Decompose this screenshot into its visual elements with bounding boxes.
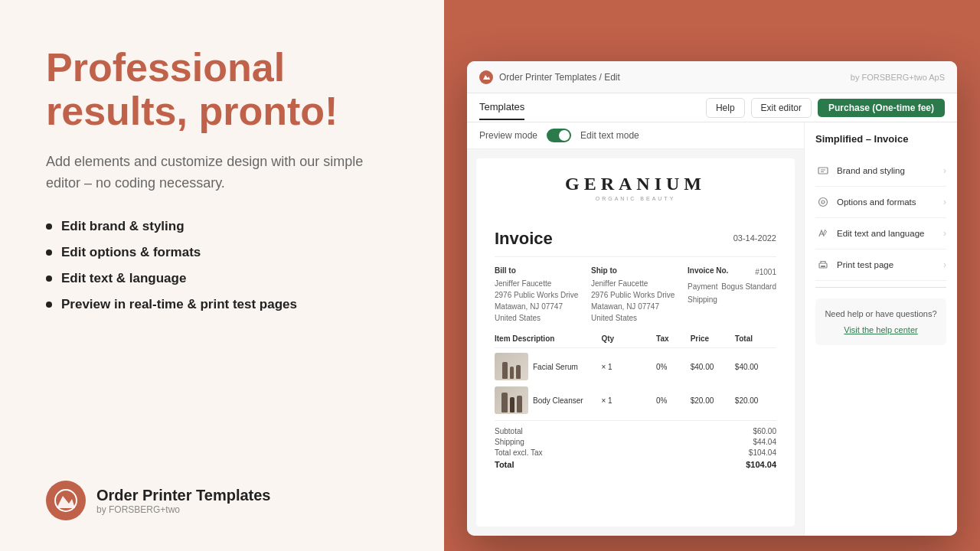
bottle-3 [516, 365, 521, 379]
invoice-no: #1001 [755, 266, 776, 278]
left-content: Professional results, pronto! Add elemen… [46, 46, 398, 323]
shipping-cost-row: Shipping $44.04 [495, 438, 776, 446]
print-icon [815, 257, 831, 272]
list-item: Edit options & formats [46, 245, 398, 260]
item-1-total: $40.00 [735, 363, 776, 371]
options-icon [815, 194, 831, 210]
svg-rect-1 [818, 168, 828, 174]
item-1-price: $40.00 [691, 363, 732, 371]
chevron-right-icon: › [943, 165, 946, 176]
bottle-a [501, 393, 508, 412]
feature-label: Edit text & language [61, 271, 186, 286]
total-row-final: Total $104.04 [495, 460, 776, 469]
bill-to-city: Matawan, NJ 07747 [495, 301, 583, 312]
brand-text: Order Printer Templates by FORSBERG+two [96, 487, 270, 515]
subtitle: Add elements and customize design with o… [46, 152, 368, 194]
item-name-cell: Facial Serum [495, 353, 598, 380]
total-excl-row: Total excl. Tax $104.04 [495, 448, 776, 457]
brand-sub-text: ORGANIC BEAUTY [495, 196, 776, 201]
feature-label: Edit options & formats [61, 245, 201, 260]
breadcrumb: Order Printer Templates / Edit [499, 72, 620, 83]
subtotal-label: Subtotal [495, 427, 523, 435]
product-thumb-1 [495, 353, 528, 380]
left-panel: Professional results, pronto! Add elemen… [0, 0, 444, 551]
subtotal-row: Subtotal $60.00 [495, 427, 776, 435]
sidebar-text-label: Edit text and language [837, 229, 924, 238]
right-sidebar: Simplified – Invoice Brand and styling › [804, 122, 957, 536]
exit-editor-button[interactable]: Exit editor [751, 98, 812, 118]
sidebar-item-text[interactable]: Edit text and language › [815, 218, 946, 249]
tab-buttons: Help Exit editor Purchase (One-time fee) [706, 98, 945, 118]
subtotal-value: $60.00 [753, 427, 776, 435]
ship-to-city: Matawan, NJ 07747 [591, 301, 680, 312]
col-tax: Tax [656, 334, 688, 343]
bullet-icon [46, 223, 52, 230]
help-text: Need help or have questions? [825, 309, 936, 318]
chevron-right-icon: › [943, 197, 946, 207]
list-item: Preview in real-time & print test pages [46, 297, 398, 312]
total-excl-value: $104.04 [749, 448, 776, 457]
help-button[interactable]: Help [706, 98, 745, 118]
tab-templates[interactable]: Templates [479, 95, 524, 120]
bottle-1 [502, 362, 508, 379]
list-item: Edit brand & styling [46, 219, 398, 234]
bill-to-address: 2976 Public Works Drive [495, 289, 583, 301]
total-label: Total [495, 460, 514, 469]
item-2-tax: 0% [656, 396, 688, 405]
bill-to-country: United States [495, 312, 583, 324]
list-item: Edit text & language [46, 271, 398, 286]
preview-mode-toggle[interactable] [547, 129, 571, 142]
sidebar-item-print[interactable]: Print test page › [815, 249, 946, 281]
invoice-totals: Subtotal $60.00 Shipping $44.04 Total ex… [495, 420, 776, 469]
sidebar-item-brand-left: Brand and styling [815, 163, 905, 178]
app-window: Order Printer Templates / Edit by FORSBE… [467, 61, 957, 536]
bullet-icon [46, 302, 52, 308]
col-description: Item Description [495, 334, 598, 343]
invoice-title-block: Invoice [495, 229, 553, 249]
invoice-preview: GERANIUM ORGANIC BEAUTY Invoice 03-14-20… [476, 158, 795, 527]
bottles-icon [495, 353, 528, 380]
feature-label: Edit brand & styling [61, 219, 185, 234]
ship-to-block: Ship to Jeniffer Faucette 2976 Public Wo… [591, 266, 680, 324]
edit-text-icon [815, 226, 831, 241]
purchase-button[interactable]: Purchase (One-time fee) [818, 99, 945, 117]
ship-to-name: Jeniffer Faucette [591, 278, 680, 289]
bill-to-block: Bill to Jeniffer Faucette 2976 Public Wo… [495, 266, 583, 324]
bullet-icon [46, 276, 52, 282]
item-2-price: $20.00 [691, 396, 732, 405]
brand-logo-text: GERANIUM [495, 174, 776, 194]
total-excl-label: Total excl. Tax [495, 448, 543, 457]
sidebar-item-brand[interactable]: Brand and styling › [815, 155, 946, 187]
shipping-label: Shipping [688, 294, 717, 305]
ship-to-address: 2976 Public Works Drive [591, 289, 680, 301]
chevron-right-icon: › [943, 228, 946, 239]
bottle-c [517, 396, 522, 412]
mountain-icon [54, 488, 78, 513]
payment-label: Payment [688, 281, 717, 292]
edit-text-mode-label: Edit text mode [580, 130, 639, 141]
bill-to-label: Bill to [495, 266, 583, 275]
address-row: Bill to Jeniffer Faucette 2976 Public Wo… [495, 266, 776, 324]
item-2-total: $20.00 [735, 396, 776, 405]
invoice-meta-block: Invoice No. #1001 Payment Bogus Standard… [688, 266, 776, 324]
feature-label: Preview in real-time & print test pages [61, 297, 297, 312]
app-logo-circle [479, 70, 493, 84]
brand-name: Order Printer Templates [96, 487, 270, 504]
sidebar-item-print-left: Print test page [815, 257, 893, 272]
svg-rect-5 [821, 266, 825, 267]
app-topbar-left: Order Printer Templates / Edit [479, 70, 620, 84]
invoice-date: 03-14-2022 [733, 233, 776, 243]
sidebar-options-label: Options and formats [837, 197, 916, 207]
shipping-cost-value: $44.04 [753, 438, 776, 446]
help-link[interactable]: Visit the help center [825, 324, 937, 337]
app-body: Preview mode Edit text mode GERANIUM ORG… [467, 122, 957, 536]
sidebar-item-options[interactable]: Options and formats › [815, 187, 946, 218]
ship-to-country: United States [591, 312, 680, 324]
brand-logo-icon [46, 481, 86, 520]
sidebar-item-text-left: Edit text and language [815, 226, 924, 241]
byline-text: by FORSBERG+two ApS [851, 73, 945, 82]
item-1-qty: × 1 [601, 363, 653, 371]
col-qty: Qty [601, 334, 653, 343]
item-1-name: Facial Serum [533, 363, 578, 371]
preview-toolbar: Preview mode Edit text mode [467, 122, 804, 149]
